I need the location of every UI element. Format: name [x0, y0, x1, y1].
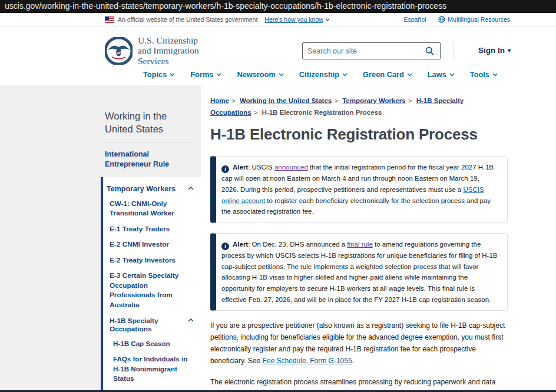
breadcrumb: Home> Working in the United States> Temp…: [210, 95, 508, 118]
content-inner: Home> Working in the United States> Temp…: [210, 95, 508, 390]
alert-registration-period: iAlert: USCIS announced that the initial…: [210, 156, 508, 223]
temporary-workers-label: Temporary Workers: [107, 185, 176, 193]
globe-icon: [438, 16, 445, 23]
wordmark-line2: and Immigration: [138, 45, 199, 55]
site-search: [302, 42, 441, 59]
chevron-down-icon: [279, 73, 284, 77]
sidebar-item-h1b-faqs[interactable]: FAQs for Individuals in H-1B Nonimmigran…: [113, 354, 191, 383]
sidebar-expanded-panel: Temporary Workers CW-1: CNMI-Only Transi…: [101, 177, 201, 390]
main-nav: Topics Forms Newsroom Citizenship Green …: [143, 70, 498, 79]
breadcrumb-separator: >: [254, 109, 258, 116]
breadcrumb-current: H-1B Electronic Registration Process: [262, 109, 382, 116]
gov-banner-left: An official website of the United States…: [105, 16, 330, 23]
nav-label: Green Card: [363, 70, 404, 79]
browser-url-bar[interactable]: uscis.gov/working-in-the-united-states/t…: [0, 0, 556, 13]
search-icon: [425, 46, 435, 56]
info-icon: i: [221, 165, 229, 173]
nav-label: Forms: [190, 70, 213, 79]
breadcrumb-working-in-us[interactable]: Working in the United States: [240, 97, 332, 104]
page-url: uscis.gov/working-in-the-united-states/t…: [5, 1, 446, 11]
nav-label: Topics: [143, 70, 167, 79]
nav-label: Newsroom: [237, 70, 275, 79]
nav-item-tools[interactable]: Tools: [470, 70, 498, 79]
alert-label: Alert: [233, 241, 248, 248]
chevron-down-icon: [170, 73, 175, 77]
nav-item-forms[interactable]: Forms: [190, 70, 221, 79]
fee-schedule-link[interactable]: Fee Schedule, Form G-1055: [263, 357, 352, 365]
content-area: Home> Working in the United States> Temp…: [201, 85, 556, 390]
dhs-seal-icon: [105, 37, 133, 65]
alert-text: to amend regulations governing the proce…: [221, 241, 498, 303]
official-site-text: An official website of the United States…: [118, 16, 257, 23]
multilingual-label: Multilingual Resources: [448, 16, 510, 23]
sidebar-item-e3-australia[interactable]: E-3 Certain Specialty Occupation Profess…: [110, 271, 191, 310]
sidebar-item-e1-treaty-traders[interactable]: E-1 Treaty Traders: [110, 224, 191, 234]
alert-final-rule: iAlert: On Dec. 23, DHS announced a fina…: [210, 233, 508, 311]
nav-label: Citizenship: [299, 70, 339, 79]
sign-in-label: Sign In: [478, 46, 505, 55]
nav-label: Laws: [428, 70, 446, 79]
paragraph-text: If you are a prospective petitioner (als…: [210, 321, 505, 365]
alert-text: : USCIS: [248, 164, 274, 171]
paragraph-registration-intro: If you are a prospective petitioner (als…: [210, 320, 508, 367]
multilingual-resources-link[interactable]: Multilingual Resources: [438, 16, 510, 23]
sidebar-item-e2-treaty-investors[interactable]: E-2 Treaty Investors: [110, 255, 191, 265]
alert-label: Alert: [233, 164, 248, 171]
site-header: U.S. Citizenship and Immigration Service…: [0, 26, 556, 85]
wordmark-line1: U.S. Citizenship: [138, 35, 199, 45]
banner-divider: [432, 16, 432, 23]
nav-label: Tools: [470, 70, 489, 79]
chevron-down-icon: [216, 73, 221, 77]
h1b-specialty-label: H-1B Specialty Occupations: [110, 317, 188, 333]
chevron-down-icon: [492, 73, 498, 77]
sidebar: Working in the United States Internation…: [0, 85, 201, 390]
breadcrumb-separator: >: [231, 97, 236, 104]
main-area: Working in the United States Internation…: [0, 85, 556, 390]
nav-item-citizenship[interactable]: Citizenship: [299, 70, 348, 79]
sidebar-item-cw1[interactable]: CW-1: CNMI-Only Transitional Worker: [110, 199, 191, 218]
sidebar-item-international-entrepreneur-rule[interactable]: International Entrepreneur Rule: [105, 150, 184, 170]
heres-how-you-know-link[interactable]: Here's how you know: [264, 16, 329, 23]
sidebar-item-h1b-specialty-occupations[interactable]: H-1B Specialty Occupations: [110, 317, 194, 333]
nav-item-green-card[interactable]: Green Card: [363, 70, 412, 79]
final-rule-link[interactable]: final rule: [347, 241, 372, 248]
nav-item-topics[interactable]: Topics: [143, 70, 175, 79]
announced-link[interactable]: announced: [274, 164, 308, 171]
sidebar-item-temporary-workers[interactable]: Temporary Workers: [107, 185, 194, 193]
gov-banner-right: Español Multilingual Resources: [403, 16, 510, 23]
breadcrumb-separator: >: [408, 97, 412, 104]
nav-item-laws[interactable]: Laws: [428, 70, 455, 79]
chevron-up-icon: [188, 318, 194, 322]
sidebar-item-e2-cnmi-investor[interactable]: E-2 CNMI Investor: [110, 240, 191, 250]
sidebar-title: Working in the United States: [105, 110, 184, 136]
paragraph-text: .: [352, 357, 354, 365]
chevron-up-icon: [188, 187, 194, 190]
uscis-logo[interactable]: U.S. Citizenship and Immigration Service…: [105, 35, 199, 66]
breadcrumb-separator: >: [334, 97, 338, 104]
sidebar-item-h1b-cap-season[interactable]: H-1B Cap Season: [113, 339, 191, 348]
caret-down-icon: ▾: [508, 48, 511, 54]
alert-text: : On Dec. 23, DHS announced a: [248, 241, 347, 248]
search-button[interactable]: [419, 43, 440, 59]
uscis-wordmark: U.S. Citizenship and Immigration Service…: [138, 35, 199, 66]
sidebar-divider: [105, 142, 191, 142]
chevron-down-icon: [407, 73, 412, 77]
us-flag-icon: [105, 16, 114, 23]
espanol-link[interactable]: Español: [403, 16, 426, 23]
nav-item-newsroom[interactable]: Newsroom: [237, 70, 283, 79]
paragraph-streamlines: The electronic registration process stre…: [210, 377, 508, 390]
info-icon: i: [221, 242, 229, 250]
page-title: H-1B Electronic Registration Process: [210, 125, 508, 144]
sidebar-item-h1b-electronic-registration-current[interactable]: H-1B Electronic Registration Process: [113, 389, 191, 390]
search-input[interactable]: [303, 47, 419, 55]
breadcrumb-temporary-workers[interactable]: Temporary Workers: [342, 97, 406, 104]
heres-how-you-know-label: Here's how you know: [264, 16, 323, 23]
wordmark-line3: Services: [138, 56, 199, 66]
breadcrumb-home[interactable]: Home: [210, 97, 229, 104]
espanol-label: Español: [403, 16, 426, 23]
chevron-down-icon: [342, 73, 348, 77]
gov-banner: An official website of the United States…: [0, 13, 556, 26]
header-divider: [454, 43, 454, 59]
sign-in-button[interactable]: Sign In ▾: [478, 46, 511, 55]
chevron-down-icon: [325, 18, 330, 21]
